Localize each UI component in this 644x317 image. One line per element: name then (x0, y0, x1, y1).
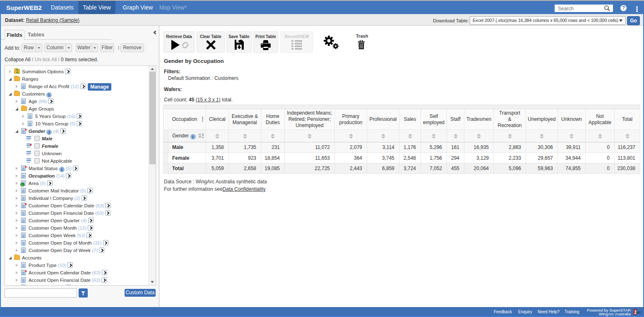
svg-text:1: 1 (634, 310, 637, 315)
svg-text:ST: ST (637, 311, 641, 315)
